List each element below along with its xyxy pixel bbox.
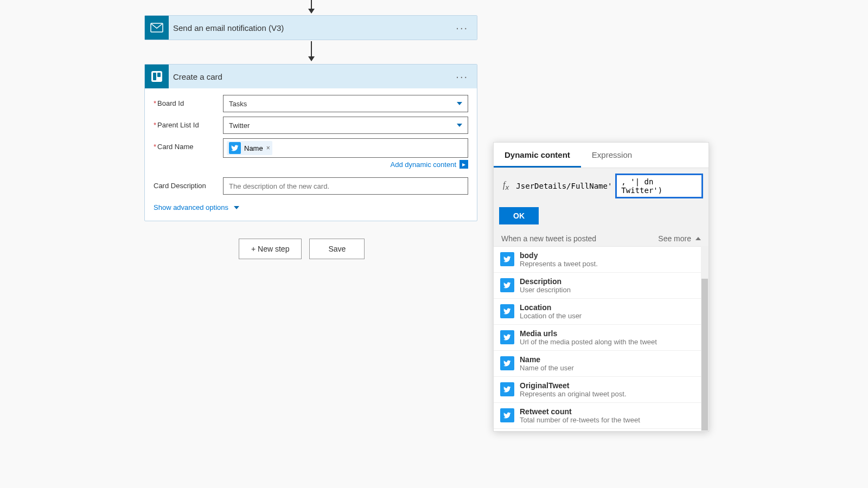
card-description-input[interactable] (223, 177, 468, 195)
dc-item-desc: Represents a tweet post. (520, 260, 702, 268)
dc-item-desc: User description (520, 286, 702, 294)
dc-item-name: Name (520, 355, 702, 364)
card-description-label: Card Description (154, 177, 223, 190)
twitter-icon (500, 304, 514, 318)
chevron-down-icon (457, 124, 462, 127)
parent-list-select[interactable]: Twitter (223, 117, 468, 134)
board-id-select[interactable]: Tasks (223, 95, 468, 112)
svg-rect-2 (153, 73, 156, 80)
fx-icon: fx (499, 180, 513, 191)
twitter-icon (500, 382, 514, 396)
trello-step: Create a card ··· *Board Id Tasks *Paren… (144, 64, 477, 221)
collapse-icon[interactable] (695, 237, 701, 240)
email-step-menu[interactable]: ··· (451, 22, 473, 34)
card-name-input[interactable]: Name × (223, 138, 468, 158)
twitter-icon (500, 408, 514, 422)
dynamic-content-item[interactable]: NameName of the user (494, 351, 709, 377)
dynamic-content-list: bodyRepresents a tweet post.DescriptionU… (494, 246, 709, 431)
chevron-down-icon (457, 102, 462, 105)
card-name-label: *Card Name (154, 138, 223, 151)
tab-expression[interactable]: Expression (581, 143, 643, 168)
trello-step-header[interactable]: Create a card ··· (145, 65, 477, 88)
dc-item-desc: Url of the media posted along with the t… (520, 338, 702, 346)
svg-rect-3 (157, 73, 161, 77)
ok-button[interactable]: OK (499, 207, 539, 224)
dc-item-name: Description (520, 277, 702, 286)
dynamic-content-popup: Dynamic content Expression fx JserDetail… (493, 142, 709, 432)
email-step-header[interactable]: Send an email notification (V3) ··· (145, 16, 477, 40)
flow-arrow (311, 41, 312, 61)
twitter-icon (500, 330, 514, 344)
dc-item-name: body (520, 251, 702, 260)
show-advanced-options-link[interactable]: Show advanced options (154, 203, 239, 211)
see-more-link[interactable]: See more (658, 234, 691, 243)
tab-dynamic-content[interactable]: Dynamic content (494, 143, 581, 168)
expression-text: JserDetails/FullName' (516, 182, 612, 190)
dynamic-content-item[interactable]: DescriptionUser description (494, 273, 709, 299)
expression-input-row: fx JserDetails/FullName' , '| dn Twitter… (494, 168, 709, 204)
dynamic-content-item[interactable]: Media urlsUrl of the media posted along … (494, 325, 709, 351)
twitter-icon (500, 356, 514, 370)
dynamic-content-item[interactable]: OriginalTweetRepresents an original twee… (494, 377, 709, 403)
parent-list-label: *Parent List Id (154, 117, 223, 129)
dc-item-desc: Location of the user (520, 312, 702, 320)
dynamic-content-item[interactable]: LocationLocation of the user (494, 299, 709, 325)
new-step-button[interactable]: + New step (239, 239, 302, 259)
save-button[interactable]: Save (309, 239, 365, 259)
trello-step-menu[interactable]: ··· (451, 70, 473, 83)
dc-item-desc: Represents an original tweet post. (520, 390, 702, 398)
dc-item-name: Location (520, 303, 702, 312)
dynamic-content-toggle[interactable]: ▸ (459, 160, 468, 169)
twitter-icon (500, 278, 514, 292)
dc-item-name: Retweet count (520, 407, 702, 416)
scrollbar-thumb[interactable] (701, 279, 708, 431)
email-step: Send an email notification (V3) ··· (144, 15, 477, 40)
dc-item-name: Media urls (520, 329, 702, 338)
expression-highlight[interactable]: , '| dn Twitter') (615, 174, 703, 198)
twitter-icon (229, 142, 241, 154)
dynamic-token-name[interactable]: Name × (227, 141, 272, 155)
board-id-label: *Board Id (154, 95, 223, 107)
dynamic-content-item[interactable]: Tweet textText content of the tweet (494, 429, 709, 431)
remove-token-button[interactable]: × (266, 144, 270, 152)
add-dynamic-content-link[interactable]: Add dynamic content (391, 160, 456, 169)
mail-icon (145, 16, 169, 40)
twitter-icon (500, 252, 514, 266)
trello-step-title: Create a card (169, 72, 451, 81)
dc-item-desc: Total number of re-tweets for the tweet (520, 416, 702, 424)
flow-arrow (311, 0, 312, 13)
email-step-title: Send an email notification (V3) (169, 23, 451, 33)
dynamic-content-item[interactable]: Retweet countTotal number of re-tweets f… (494, 403, 709, 429)
dynamic-content-item[interactable]: bodyRepresents a tweet post. (494, 247, 709, 273)
dynamic-source-header: When a new tweet is posted (501, 234, 596, 243)
trello-icon (145, 65, 169, 88)
chevron-down-icon (234, 206, 239, 209)
dc-item-desc: Name of the user (520, 364, 702, 372)
dc-item-name: OriginalTweet (520, 381, 702, 390)
scrollbar-track[interactable] (701, 246, 709, 431)
